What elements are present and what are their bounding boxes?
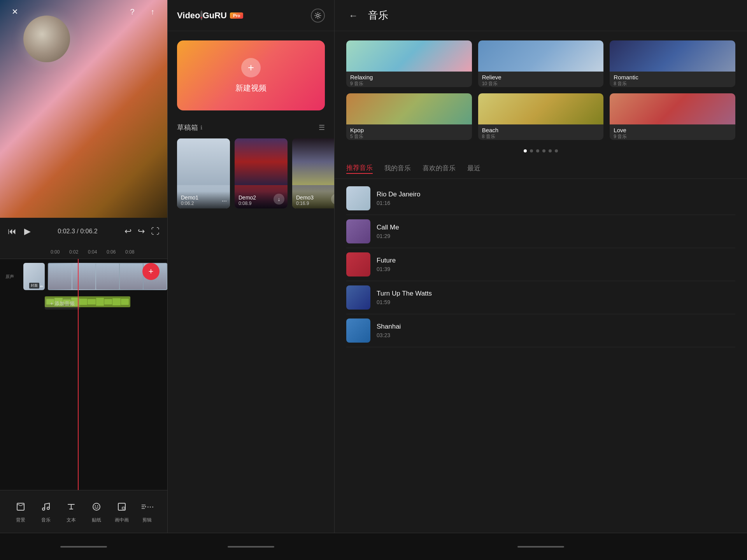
tool-background-label: 背景 — [16, 517, 25, 523]
music-header: ← 音乐 — [335, 0, 747, 31]
add-audio-button[interactable]: + 添加音频 — [45, 298, 80, 310]
tool-music[interactable]: 音乐 — [34, 500, 58, 523]
play-button[interactable]: ▶ — [24, 226, 31, 236]
drafts-title: 草稿箱 ℹ — [177, 123, 202, 132]
tool-pip[interactable]: 画中画 — [110, 500, 133, 523]
wave-bar — [104, 299, 112, 304]
genre-card-relaxing[interactable]: Relaxing 9 音乐 — [346, 40, 472, 87]
genre-name: Relaxing — [350, 74, 468, 80]
settings-button[interactable] — [311, 9, 325, 23]
logo-dot: . — [200, 10, 203, 20]
music-name: Call Me — [377, 224, 735, 231]
music-thumbnail — [346, 285, 370, 310]
drafts-header: 草稿箱 ℹ ☰ — [168, 120, 334, 138]
genre-card-romantic[interactable]: Romantic 8 音乐 — [610, 40, 735, 87]
middle-panel: Video.GuRU Pro + 新建视频 草稿箱 ℹ ☰ Demo1 0:06… — [167, 0, 335, 560]
tab-liked-music[interactable]: 喜欢的音乐 — [423, 164, 456, 173]
middle-bottom-nav — [167, 533, 335, 560]
dot-6[interactable] — [555, 149, 558, 152]
timeline-cursor[interactable] — [78, 259, 79, 490]
new-video-label: 新建视频 — [235, 83, 267, 93]
draft-thumbnail — [235, 138, 288, 185]
skip-back-button[interactable]: ⏮ — [8, 226, 16, 236]
dot-5[interactable] — [549, 149, 552, 152]
music-item-rio[interactable]: Rio De Janeiro 01:16 — [346, 182, 735, 215]
tool-sticker[interactable]: 贴纸 — [85, 500, 108, 523]
add-track-button[interactable]: + — [142, 263, 160, 280]
help-button[interactable]: ? — [125, 5, 139, 19]
tool-edit[interactable]: 剪辑 — [135, 500, 159, 523]
background-icon — [14, 500, 28, 514]
dot-2[interactable] — [530, 149, 533, 152]
genre-count: 8 音乐 — [614, 80, 731, 87]
ruler-marks: 0:00 0:02 0:04 0:06 0:08 — [51, 249, 144, 255]
music-item-future[interactable]: Future 01:39 — [346, 248, 735, 281]
drafts-info-icon: ℹ — [200, 124, 202, 131]
draft-card[interactable]: Demo3 0:16.9 ↓ — [292, 138, 334, 208]
genre-count: 5 音乐 — [350, 133, 468, 140]
redo-button[interactable]: ↪ — [138, 226, 145, 236]
undo-button[interactable]: ↩ — [124, 226, 132, 236]
music-thumbnail — [346, 186, 370, 210]
close-button[interactable]: ✕ — [8, 5, 22, 19]
genre-image — [610, 40, 735, 72]
dot-4[interactable] — [542, 149, 545, 152]
music-duration: 01:16 — [377, 200, 735, 206]
svg-rect-7 — [122, 507, 125, 509]
tab-recommended-music[interactable]: 推荐音乐 — [346, 163, 373, 174]
music-item-callme[interactable]: Call Me 01:29 — [346, 215, 735, 248]
tool-background[interactable]: 背景 — [9, 500, 32, 523]
thumbnail-edit-icon[interactable]: ✏ — [40, 284, 43, 289]
strip-frame — [49, 264, 72, 289]
track-thumbnail[interactable]: 封面 ✏ — [23, 263, 45, 290]
genre-card-love[interactable]: Love 9 音乐 — [610, 93, 735, 140]
timeline-area: 原声 封面 ✏ + — [0, 259, 167, 490]
track-label: 原声 — [0, 274, 19, 280]
drafts-menu-icon[interactable]: ☰ — [319, 123, 325, 132]
music-info: Rio De Janeiro 01:16 — [377, 191, 735, 206]
genre-info: Beach 8 音乐 — [478, 124, 604, 140]
svg-point-3 — [93, 503, 100, 510]
genre-grid: Relaxing 9 音乐 Relieve 10 音乐 Romantic 8 音… — [335, 31, 747, 146]
draft-time: 0:16.9 — [296, 201, 334, 206]
dot-1[interactable] — [524, 149, 527, 152]
ruler-mark: 0:08 — [125, 249, 144, 255]
draft-menu-icon[interactable]: ··· — [222, 198, 227, 205]
genre-info: Relieve 10 音乐 — [478, 72, 604, 87]
genre-name: Romantic — [614, 74, 731, 80]
tool-music-label: 音乐 — [41, 517, 51, 523]
tab-recent[interactable]: 最近 — [467, 164, 480, 173]
music-name: Turn Up The Watts — [377, 290, 735, 298]
fullscreen-button[interactable]: ⛶ — [151, 226, 160, 236]
drafts-title-text: 草稿箱 — [177, 123, 198, 132]
share-button[interactable]: ↑ — [146, 5, 160, 19]
genre-count: 10 音乐 — [482, 80, 600, 87]
left-bottom-nav — [0, 533, 167, 560]
genre-image — [478, 40, 604, 72]
draft-download-icon[interactable]: ↓ — [274, 194, 284, 205]
genre-image — [346, 40, 472, 72]
back-button[interactable]: ← — [346, 9, 360, 23]
bottom-toolbar: 背景 音乐 文本 — [0, 490, 167, 533]
new-video-button[interactable]: + 新建视频 — [177, 40, 325, 110]
svg-rect-0 — [17, 503, 24, 510]
time-display: 0:02.3 / 0:06.2 — [39, 228, 117, 235]
genre-card-relieve[interactable]: Relieve 10 音乐 — [478, 40, 604, 87]
music-item-turnupthewatts[interactable]: Turn Up The Watts 01:59 — [346, 281, 735, 314]
strip-frame — [72, 264, 95, 289]
dot-3[interactable] — [536, 149, 539, 152]
genre-image — [610, 93, 735, 124]
music-item-shanhai[interactable]: Shanhai 03:23 — [346, 314, 735, 347]
draft-card[interactable]: Demo1 0:06.2 ··· — [177, 138, 230, 208]
draft-card[interactable]: Demo2 0:08.9 ↓ — [235, 138, 288, 208]
music-thumbnail — [346, 252, 370, 276]
logo-area: Video.GuRU Pro — [177, 10, 243, 21]
music-info: Shanhai 03:23 — [377, 323, 735, 338]
music-info: Turn Up The Watts 01:59 — [377, 290, 735, 305]
genre-card-kpop[interactable]: Kpop 5 音乐 — [346, 93, 472, 140]
tool-text[interactable]: 文本 — [60, 500, 83, 523]
music-duration: 01:29 — [377, 233, 735, 239]
tab-my-music[interactable]: 我的音乐 — [384, 164, 411, 173]
right-bottom-nav — [335, 533, 747, 560]
genre-card-beach[interactable]: Beach 8 音乐 — [478, 93, 604, 140]
